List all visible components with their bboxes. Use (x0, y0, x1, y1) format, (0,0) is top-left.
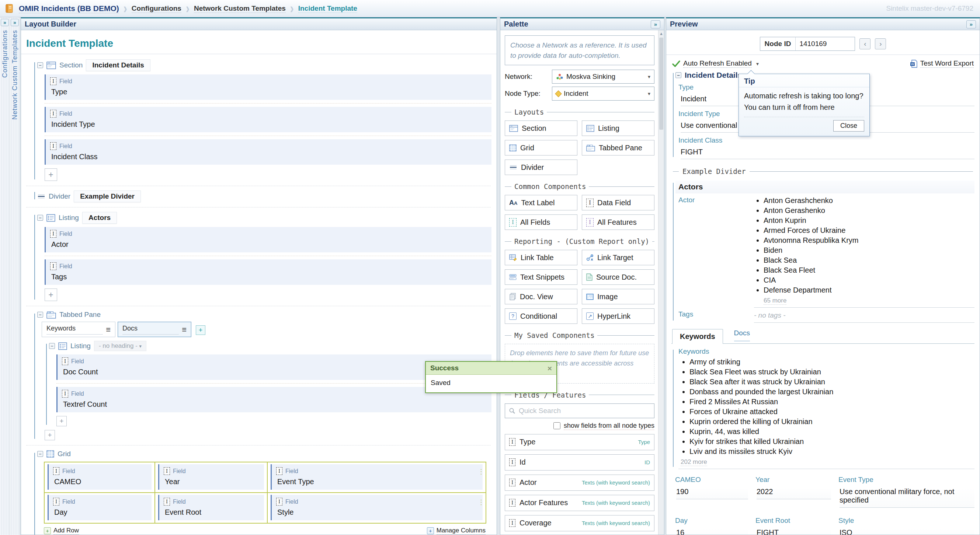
palette-data-field-button[interactable]: I Data Field (582, 195, 654, 210)
network-select[interactable]: Moskva Sinking ▾ (552, 70, 654, 84)
manage-columns-button[interactable]: + Manage Columns (427, 527, 485, 535)
field-card[interactable]: IField Incident Type (45, 107, 492, 132)
section-name-input[interactable]: Incident Details (86, 59, 150, 71)
grid-cell[interactable]: IField Day (45, 493, 155, 523)
palette-conditional-button[interactable]: ? Conditional (505, 308, 578, 324)
tab-keywords[interactable]: Keywords ≡ (42, 322, 115, 337)
collapse-panel-icon[interactable]: » (966, 20, 976, 29)
show-more-actors-link[interactable]: 65 more (764, 297, 786, 305)
grid-row: IField CAMEO IField Year IField Event Ty… (45, 462, 485, 492)
chevron-down-icon[interactable]: ▾ (756, 61, 759, 67)
chevron-right-icon: › (290, 2, 294, 16)
grid-cell[interactable]: IField Event Type ⋮ (268, 462, 485, 492)
palette-field-id[interactable]: I Id ID (505, 454, 654, 470)
tab-menu-icon[interactable]: ≡ (182, 327, 186, 333)
add-field-button[interactable]: + (45, 168, 57, 181)
builder-grid-table: IField CAMEO IField Year IField Event Ty… (44, 462, 486, 524)
divider-name-input[interactable]: Example Divider (74, 191, 141, 202)
section-icon (46, 62, 56, 69)
palette-section-button[interactable]: Section (505, 121, 578, 136)
collapsed-panel-configurations[interactable]: » Configurations (0, 17, 10, 535)
scroll-up-icon[interactable]: ▲ (659, 30, 664, 36)
field-card[interactable]: IField Tags (45, 259, 492, 285)
add-component-button[interactable]: + (45, 430, 55, 440)
button-label: Data Field (597, 198, 631, 207)
field-icon: I (50, 77, 56, 85)
expand-panel-icon[interactable]: » (11, 19, 19, 26)
palette-text-label-button[interactable]: AA Text Label (505, 195, 578, 210)
palette-doc-view-button[interactable]: Doc. View (505, 289, 578, 304)
button-label: Listing (598, 124, 619, 133)
auto-refresh-toggle[interactable]: Auto Refresh Enabled (683, 59, 752, 68)
grid-cell[interactable]: IField Style ⋮ (268, 493, 485, 523)
list-item: Armed Forces of Ukraine (764, 225, 974, 235)
toast-title: Success (430, 364, 459, 372)
show-all-fields-label[interactable]: show fields from all node types (564, 422, 654, 430)
palette-field-type[interactable]: I Type Type (505, 434, 654, 450)
scrollbar-thumb[interactable] (659, 38, 663, 130)
collapse-icon[interactable]: − (49, 343, 55, 349)
palette-field-actor[interactable]: I Actor Texts (with keyword search) (505, 475, 654, 491)
collapse-icon[interactable]: − (37, 312, 43, 318)
breadcrumb-configurations[interactable]: Configurations (132, 5, 181, 13)
collapse-icon[interactable]: − (37, 215, 43, 221)
node-id-input[interactable] (795, 37, 854, 51)
add-field-button[interactable]: + (45, 289, 57, 301)
add-field-button[interactable]: + (56, 416, 67, 426)
field-icon: I (276, 498, 282, 505)
collapse-icon[interactable]: − (675, 72, 681, 78)
field-card[interactable]: IField Type (45, 75, 492, 100)
palette-hyperlink-button[interactable]: ↗ HyperLink (582, 308, 654, 324)
collapse-icon[interactable]: − (37, 451, 43, 457)
show-more-keywords-link[interactable]: 202 more (681, 458, 707, 466)
next-node-button[interactable]: › (875, 38, 886, 49)
layout-builder-header: Layout Builder (21, 18, 496, 30)
quick-search-input[interactable] (519, 407, 651, 415)
add-row-button[interactable]: + Add Row (44, 527, 79, 535)
grid-cell[interactable]: IField Year (155, 462, 268, 492)
breadcrumb-incident-template[interactable]: Incident Template (298, 5, 357, 13)
palette-field-coverage[interactable]: I Coverage Texts (with keyword search) (505, 515, 654, 531)
collapse-panel-icon[interactable]: » (651, 20, 660, 29)
tip-close-button[interactable]: Close (833, 120, 864, 132)
previous-node-button[interactable]: ‹ (859, 38, 870, 49)
palette-divider-button[interactable]: Divider (505, 160, 578, 175)
collapsed-panel-network-custom-templates[interactable]: » Network Custom Templates (10, 17, 20, 535)
palette-field-actor-features[interactable]: I Actor Features Texts (with keyword sea… (505, 495, 654, 511)
palette-tabbed-pane-button[interactable]: Tabbed Pane (582, 140, 654, 156)
keywords-label: Keywords (678, 348, 974, 356)
node-type-select[interactable]: Incident ▾ (552, 87, 654, 101)
palette-image-button[interactable]: Image (582, 289, 654, 304)
palette-text-snippets-button[interactable]: Text Snippets (505, 269, 578, 285)
palette-source-doc-button[interactable]: Source Doc. (582, 269, 654, 285)
field-card[interactable]: IField Incident Class (45, 139, 492, 165)
palette-listing-button[interactable]: Listing (582, 121, 654, 136)
close-icon[interactable]: × (547, 364, 552, 372)
tab-menu-icon[interactable]: ≡ (106, 327, 111, 333)
scrollbar[interactable]: ▲ (658, 30, 664, 535)
tab-docs[interactable]: Docs (734, 329, 750, 341)
palette-link-target-button[interactable]: Link Target (582, 250, 654, 265)
tab-docs[interactable]: Docs ≡ (118, 322, 191, 337)
row-menu-icon[interactable]: ⋮ (478, 468, 484, 476)
collapse-icon[interactable]: − (37, 62, 43, 68)
grid-cell[interactable]: IField CAMEO (45, 462, 155, 492)
palette-link-table-button[interactable]: Link Table (505, 250, 578, 265)
palette-all-fields-button[interactable]: I All Fields (505, 214, 578, 230)
grid-cell[interactable]: IField Event Root (155, 493, 268, 523)
listing-heading-input[interactable]: - no heading - ▾ (94, 341, 146, 351)
listing-name-input[interactable]: Actors (82, 212, 117, 224)
expand-panel-icon[interactable]: » (1, 19, 9, 26)
palette-all-features-button[interactable]: I All Features (582, 214, 654, 230)
palette-grid-button[interactable]: Grid (505, 140, 578, 156)
breadcrumb-network-custom-templates[interactable]: Network Custom Templates (194, 5, 286, 13)
row-menu-icon[interactable]: ⋮ (478, 498, 484, 506)
test-word-export-button[interactable]: W Test Word Export (910, 59, 974, 68)
breadcrumb-root[interactable]: OMIR Incidents (BB DEMO) (19, 4, 119, 13)
tabbed-pane-icon (586, 144, 595, 151)
field-card[interactable]: IField Actor (45, 227, 492, 252)
tab-keywords[interactable]: Keywords (672, 329, 723, 344)
add-tab-button[interactable]: + (196, 325, 205, 335)
show-all-fields-checkbox[interactable] (554, 422, 560, 429)
layouts-button-grid: Section Listing Grid Tabbed Pane Divider (505, 121, 654, 175)
